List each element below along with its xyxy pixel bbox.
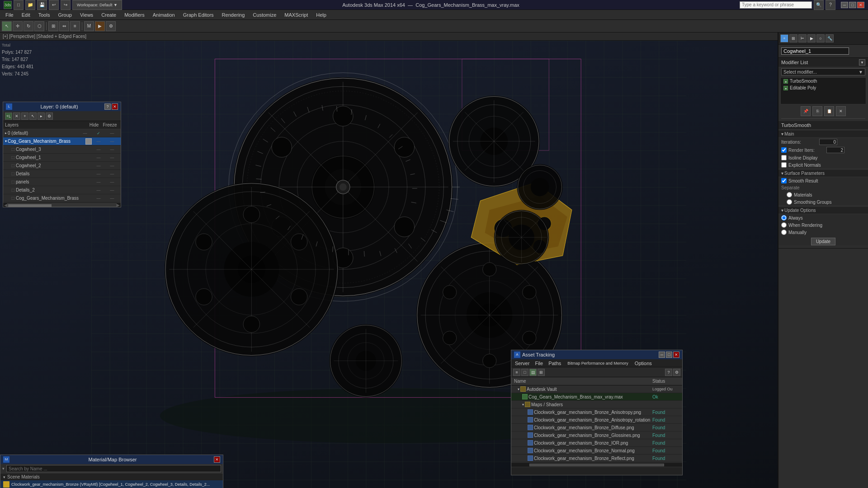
material-title[interactable]: M Material/Map Browser ✕ bbox=[0, 455, 223, 464]
layers-props-btn[interactable]: ⚙ bbox=[46, 113, 53, 120]
asset-help-btn[interactable]: ? bbox=[665, 369, 672, 376]
asset-row-reflect[interactable]: Clockwork_gear_mechanism_Bronze_Reflect.… bbox=[511, 455, 682, 462]
asset-menu-paths[interactable]: Paths bbox=[547, 360, 563, 366]
modifier-dropdown[interactable]: Select modifier... ▼ bbox=[781, 68, 865, 75]
menu-file[interactable]: File bbox=[2, 11, 17, 19]
menu-edit[interactable]: Edit bbox=[18, 11, 34, 19]
mod-paste-btn[interactable]: 📋 bbox=[824, 106, 834, 116]
layer-row-cogwheel3[interactable]: ⬚ Cogwheel_3 — — bbox=[3, 145, 121, 154]
always-radio[interactable] bbox=[781, 215, 787, 221]
redo-btn[interactable]: ↪ bbox=[61, 0, 71, 10]
asset-menu-server[interactable]: Server bbox=[513, 360, 531, 366]
mod-delete-btn[interactable]: ✕ bbox=[836, 106, 846, 116]
motion-panel-btn[interactable]: ▶ bbox=[807, 34, 816, 42]
manually-radio[interactable] bbox=[781, 230, 787, 235]
layers-scrollbar[interactable]: ◀ ▶ bbox=[3, 202, 121, 207]
asset-close-btn[interactable]: ✕ bbox=[673, 352, 679, 358]
material-editor-btn[interactable]: M bbox=[84, 21, 94, 31]
layer-row-details[interactable]: ⬚ Details — — bbox=[3, 170, 121, 178]
menu-rendering[interactable]: Rendering bbox=[218, 11, 249, 19]
mod-item-editable-poly[interactable]: ● Editable Poly bbox=[781, 84, 866, 91]
asset-tb4[interactable]: ⊞ bbox=[538, 369, 545, 376]
scroll-left-btn[interactable]: ◀ bbox=[4, 203, 7, 207]
asset-tb1[interactable]: ≡ bbox=[513, 369, 520, 376]
explicit-checkbox[interactable] bbox=[781, 162, 787, 168]
scale-btn[interactable]: ⬡ bbox=[34, 21, 44, 31]
asset-horiz-scrollbar[interactable] bbox=[511, 462, 682, 467]
iterations-input[interactable] bbox=[819, 139, 837, 145]
rotate-btn[interactable]: ↻ bbox=[24, 21, 33, 31]
materials-radio[interactable] bbox=[787, 192, 792, 197]
update-button[interactable]: Update bbox=[811, 238, 835, 245]
asset-row-vault[interactable]: ▾ Autodesk Vault Logged Ou bbox=[511, 385, 682, 393]
scene-materials-header[interactable]: ▾ Scene Materials bbox=[0, 474, 223, 480]
mod-pin-btn[interactable]: 📌 bbox=[801, 106, 811, 116]
render-iters-checkbox[interactable] bbox=[781, 147, 787, 153]
object-name-field[interactable] bbox=[781, 47, 849, 55]
asset-menu-options[interactable]: Options bbox=[633, 360, 654, 366]
menu-views[interactable]: Views bbox=[76, 11, 97, 19]
layers-close-btn[interactable]: ✕ bbox=[112, 103, 118, 110]
move-btn[interactable]: ✛ bbox=[13, 21, 23, 31]
mirror-btn[interactable]: ⇔ bbox=[59, 21, 69, 31]
mod-copy-btn[interactable]: ⎘ bbox=[812, 106, 822, 116]
search-btn[interactable]: 🔍 bbox=[814, 0, 824, 10]
display-panel-btn[interactable]: ○ bbox=[816, 34, 825, 42]
layers-help-btn[interactable]: ? bbox=[104, 103, 111, 110]
asset-minimize-btn[interactable]: ─ bbox=[659, 352, 665, 358]
when-rendering-radio[interactable] bbox=[781, 222, 787, 228]
menu-modifiers[interactable]: Modifiers bbox=[121, 11, 148, 19]
open-btn[interactable]: 📁 bbox=[25, 0, 35, 10]
layers-title[interactable]: L Layer: 0 (default) ? ✕ bbox=[3, 102, 121, 111]
close-btn[interactable]: ✕ bbox=[857, 2, 864, 8]
layer-row-cog-brass[interactable]: ▾ Cog_Gears_Mechanism_Brass — — bbox=[3, 137, 121, 145]
layers-add-obj-btn[interactable]: + bbox=[21, 113, 28, 120]
asset-menu-bitmap[interactable]: Bitmap Performance and Memory bbox=[565, 361, 631, 366]
material-item[interactable]: Clockwork_gear_mechanism_Bronze (VRayMtl… bbox=[0, 480, 223, 488]
material-close-btn[interactable]: ✕ bbox=[214, 456, 220, 463]
asset-row-maps[interactable]: ▾ Maps / Shaders bbox=[511, 401, 682, 408]
hierarchy-panel-btn[interactable]: ⊢ bbox=[798, 34, 807, 42]
minimize-btn[interactable]: ─ bbox=[841, 2, 848, 8]
asset-tb3[interactable]: ▤ bbox=[529, 369, 537, 376]
menu-animation[interactable]: Animation bbox=[149, 11, 179, 19]
menu-help[interactable]: Help bbox=[312, 11, 330, 19]
modify-panel-btn[interactable]: ⊞ bbox=[789, 34, 797, 42]
scrollbar-track[interactable] bbox=[7, 203, 117, 207]
asset-maximize-btn[interactable]: □ bbox=[666, 352, 672, 358]
smoothing-groups-radio[interactable] bbox=[787, 199, 792, 205]
render-btn[interactable]: ▶ bbox=[95, 21, 105, 31]
asset-row-aniso[interactable]: Clockwork_gear_mechanism_Bronze_Anisotro… bbox=[511, 408, 682, 416]
surface-rollout-header[interactable]: ▾ Surface Parameters bbox=[778, 170, 868, 177]
workspace-dropdown[interactable]: Workspace: Default ▼ bbox=[72, 0, 122, 10]
asset-row-glossines[interactable]: Clockwork_gear_mechanism_Bronze_Glossine… bbox=[511, 432, 682, 439]
main-rollout-header[interactable]: ▾ Main bbox=[778, 131, 868, 138]
new-btn[interactable]: □ bbox=[14, 0, 24, 10]
snap-btn[interactable]: ⊞ bbox=[48, 21, 58, 31]
smooth-result-checkbox[interactable] bbox=[781, 178, 787, 183]
utilities-panel-btn[interactable]: 🔧 bbox=[826, 34, 834, 42]
create-panel-btn[interactable]: + bbox=[780, 34, 788, 42]
search-input[interactable] bbox=[740, 1, 812, 9]
layer-row-details2[interactable]: ⬚ Details_2 — — bbox=[3, 186, 121, 194]
scroll-right-btn[interactable]: ▶ bbox=[117, 203, 120, 207]
layers-new-btn[interactable]: +L bbox=[5, 113, 12, 120]
viewport-canvas[interactable]: L Layer: 0 (default) ? ✕ +L ✕ + ↖ ▸ ⚙ bbox=[0, 41, 778, 488]
layer-row-cogwheel2[interactable]: ⬚ Cogwheel_2 — — bbox=[3, 162, 121, 170]
help-btn[interactable]: ? bbox=[826, 0, 835, 10]
layer-row-cog-brass2[interactable]: ⬚ Cog_Gears_Mechanism_Brass — — bbox=[3, 194, 121, 202]
asset-row-normal[interactable]: Clockwork_gear_mechanism_Bronze_Normal.p… bbox=[511, 447, 682, 455]
modifier-list-expand-btn[interactable]: ▼ bbox=[859, 59, 865, 66]
align-btn[interactable]: ≡ bbox=[70, 21, 80, 31]
layers-select-btn[interactable]: ↖ bbox=[29, 113, 37, 120]
material-search-input[interactable] bbox=[6, 465, 221, 472]
asset-row-aniso-rot[interactable]: Clockwork_gear_mechanism_Bronze_Anisotro… bbox=[511, 416, 682, 424]
select-btn[interactable]: ↖ bbox=[2, 21, 12, 31]
menu-group[interactable]: Group bbox=[54, 11, 75, 19]
layer-row-default[interactable]: ▸ 0 (default) — ✓ — bbox=[3, 129, 121, 137]
menu-graph-editors[interactable]: Graph Editors bbox=[179, 11, 217, 19]
mod-item-turbosmooth[interactable]: ● TurboSmooth bbox=[781, 78, 866, 84]
asset-menu-file[interactable]: File bbox=[533, 360, 545, 366]
asset-settings-btn[interactable]: ⚙ bbox=[673, 369, 680, 376]
layers-move-btn[interactable]: ▸ bbox=[38, 113, 45, 120]
